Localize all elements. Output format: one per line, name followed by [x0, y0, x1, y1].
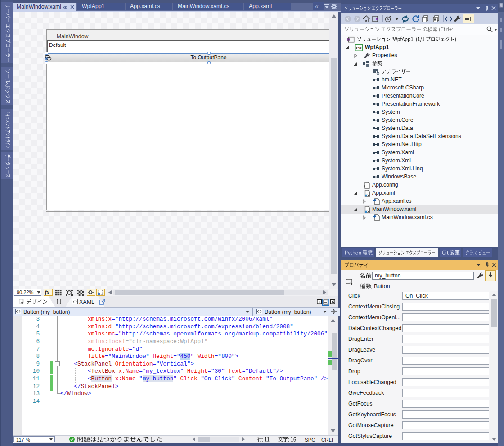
- svg-text:C#: C#: [356, 45, 362, 50]
